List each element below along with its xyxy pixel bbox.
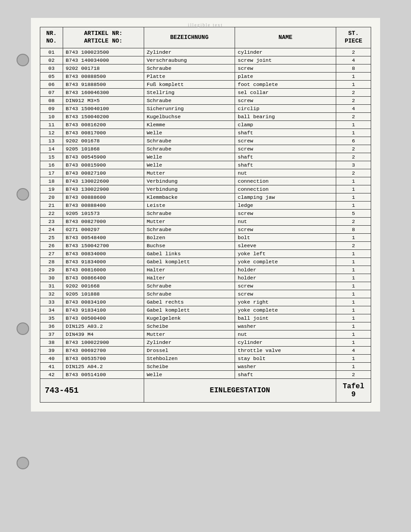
cell-nr: 24 bbox=[40, 225, 63, 233]
cell-nr: 35 bbox=[40, 314, 63, 322]
table-row: 23 B743 00827000 Mutter nut 2 bbox=[40, 217, 371, 225]
cell-name: washer bbox=[235, 322, 336, 330]
cell-st: 1 bbox=[336, 120, 371, 129]
cell-name: circlip bbox=[235, 104, 336, 112]
cell-st: 2 bbox=[336, 217, 371, 225]
cell-nr: 26 bbox=[40, 241, 63, 249]
cell-name: sleeve bbox=[235, 241, 336, 249]
cell-artikel: DIN439 M4 bbox=[63, 330, 144, 338]
col-header-artikel: ARTIKEL NR:ARTICLE NO: bbox=[63, 27, 144, 48]
cell-name: shaft bbox=[235, 129, 336, 137]
table-row: 34 B743 91834100 Gabel komplett yoke com… bbox=[40, 306, 371, 314]
cell-bezeichnung: Welle bbox=[144, 129, 235, 137]
cell-name: screw bbox=[235, 225, 336, 233]
cell-bezeichnung: Mutter bbox=[144, 217, 235, 225]
cell-bezeichnung: Scheibe bbox=[144, 362, 235, 370]
cell-artikel: DIN125 A04.2 bbox=[63, 362, 144, 370]
cell-bezeichnung: Halter bbox=[144, 266, 235, 274]
cell-nr: 38 bbox=[40, 338, 63, 346]
table-row: 17 B743 00827100 Mutter nut 2 bbox=[40, 169, 371, 177]
cell-name: ledge bbox=[235, 201, 336, 209]
cell-nr: 05 bbox=[40, 72, 63, 80]
cell-artikel: B743 00500400 bbox=[63, 314, 144, 322]
cell-nr: 02 bbox=[40, 56, 63, 64]
cell-st: 1 bbox=[336, 354, 371, 362]
table-row: 22 9205 101573 Schraube screw 5 bbox=[40, 209, 371, 217]
cell-bezeichnung: Verbindung bbox=[144, 177, 235, 185]
cell-nr: 18 bbox=[40, 177, 63, 185]
cell-bezeichnung: Schraube bbox=[144, 64, 235, 72]
cell-nr: 33 bbox=[40, 298, 63, 306]
col-header-nr: NR.NO. bbox=[40, 27, 63, 48]
cell-name: clamp bbox=[235, 120, 336, 129]
cell-bezeichnung: Scheibe bbox=[144, 322, 235, 330]
cell-name: plate bbox=[235, 72, 336, 80]
cell-artikel: 9205 101868 bbox=[63, 145, 144, 153]
cell-nr: 06 bbox=[40, 80, 63, 88]
cell-nr: 19 bbox=[40, 185, 63, 193]
table-row: 13 9202 001678 Schraube screw 6 bbox=[40, 137, 371, 145]
cell-bezeichnung: Verbindung bbox=[144, 185, 235, 193]
cell-name: yoke left bbox=[235, 249, 336, 257]
cell-name: connection bbox=[235, 185, 336, 193]
cell-name: yoke complete bbox=[235, 306, 336, 314]
cell-artikel: B743 00827100 bbox=[63, 169, 144, 177]
table-row: 16 B743 00815900 Welle shaft 3 bbox=[40, 161, 371, 169]
cell-st: 1 bbox=[336, 298, 371, 306]
table-row: 20 B743 00888600 Klemmbacke clamping jaw… bbox=[40, 193, 371, 201]
parts-table: NR.NO. ARTIKEL NR:ARTICLE NO: BEZEICHNUN… bbox=[40, 27, 371, 403]
cell-st: 1 bbox=[336, 282, 371, 290]
cell-name: screw bbox=[235, 290, 336, 298]
table-row: 37 DIN439 M4 Mutter nut 1 bbox=[40, 330, 371, 338]
cell-name: cylinder bbox=[235, 338, 336, 346]
cell-artikel: B743 00888600 bbox=[63, 193, 144, 201]
cell-name: shaft bbox=[235, 153, 336, 161]
cell-bezeichnung: Mutter bbox=[144, 169, 235, 177]
cell-nr: 23 bbox=[40, 217, 63, 225]
table-row: 02 B743 140034000 Verschraubung screw jo… bbox=[40, 56, 371, 64]
cell-name: screw bbox=[235, 209, 336, 217]
cell-st: 2 bbox=[336, 169, 371, 177]
cell-bezeichnung: Welle bbox=[144, 153, 235, 161]
cell-artikel: B743 00817000 bbox=[63, 129, 144, 137]
cell-bezeichnung: Mutter bbox=[144, 330, 235, 338]
cell-artikel: B743 00815900 bbox=[63, 161, 144, 169]
cell-artikel: B743 91888500 bbox=[63, 80, 144, 88]
cell-st: 1 bbox=[336, 306, 371, 314]
table-row: 41 DIN125 A04.2 Scheibe washer 1 bbox=[40, 362, 371, 370]
cell-artikel: B743 150040100 bbox=[63, 104, 144, 112]
cell-name: screw bbox=[235, 137, 336, 145]
cell-artikel: B743 00827000 bbox=[63, 217, 144, 225]
cell-artikel: B743 150040200 bbox=[63, 112, 144, 120]
cell-artikel: B743 00888500 bbox=[63, 72, 144, 80]
cell-artikel: B743 150042700 bbox=[63, 241, 144, 249]
col-header-name: NAME bbox=[235, 27, 336, 48]
cell-st: 3 bbox=[336, 161, 371, 169]
table-row: 39 B743 00692700 Drossel throttle valve … bbox=[40, 346, 371, 354]
cell-name: cylinder bbox=[235, 48, 336, 56]
table-row: 05 B743 00888500 Platte plate 1 bbox=[40, 72, 371, 80]
cell-name: nut bbox=[235, 169, 336, 177]
cell-artikel: B743 140034000 bbox=[63, 56, 144, 64]
cell-name: shaft bbox=[235, 370, 336, 378]
cell-nr: 27 bbox=[40, 249, 63, 257]
cell-bezeichnung: Schraube bbox=[144, 282, 235, 290]
cell-artikel: B743 130022600 bbox=[63, 177, 144, 185]
cell-bezeichnung: Schraube bbox=[144, 290, 235, 298]
cell-bezeichnung: Kugelgelenk bbox=[144, 314, 235, 322]
cell-st: 1 bbox=[336, 249, 371, 257]
cell-nr: 15 bbox=[40, 153, 63, 161]
table-row: 08 DIN912 M3×5 Schraube screw 2 bbox=[40, 96, 371, 104]
table-row: 03 9202 001718 Schraube screw 8 bbox=[40, 64, 371, 72]
cell-st: 1 bbox=[336, 233, 371, 241]
cell-bezeichnung: Gabel rechts bbox=[144, 298, 235, 306]
cell-st: 4 bbox=[336, 104, 371, 112]
table-row: 35 B743 00500400 Kugelgelenk ball joint … bbox=[40, 314, 371, 322]
cell-bezeichnung: Schraube bbox=[144, 96, 235, 104]
cell-bezeichnung: Klemme bbox=[144, 120, 235, 129]
cell-artikel: B743 100023500 bbox=[63, 48, 144, 56]
cell-artikel: 9202 001718 bbox=[63, 64, 144, 72]
cell-st: 2 bbox=[336, 370, 371, 378]
cell-st: 1 bbox=[336, 257, 371, 266]
cell-nr: 25 bbox=[40, 233, 63, 241]
